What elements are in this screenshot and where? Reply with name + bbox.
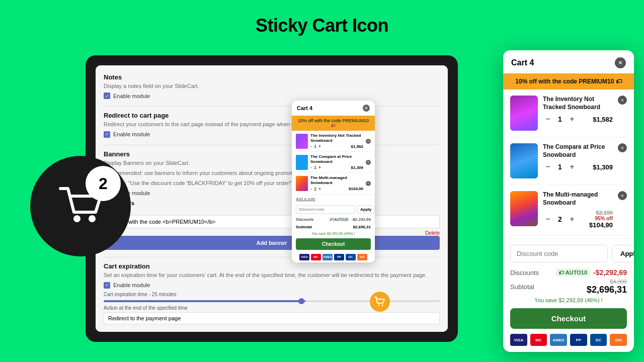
qty-minus-3[interactable]: −	[543, 214, 553, 224]
mini-cart-close-button[interactable]: ×	[363, 105, 370, 112]
svg-point-0	[73, 215, 80, 222]
mini-qty-3: - 2 +	[310, 187, 321, 192]
action-label: Action at the end of the specified time	[104, 305, 440, 311]
banner1-label: Banner #1	[104, 208, 440, 214]
discount-label: Discounts	[510, 269, 539, 277]
large-price-3: $104,90	[589, 221, 613, 229]
large-close-button[interactable]: ×	[615, 57, 626, 68]
discount-row: Apply	[510, 245, 627, 262]
redirect-section: Redirect to cart page Redirect your cust…	[104, 112, 440, 137]
large-cart-footer: Apply Discounts 🏷 AUTO10 -$2,292,69 Subt…	[503, 238, 634, 352]
large-remove-1[interactable]: ×	[618, 96, 627, 105]
monitor-inner: Notes Display a notes field on your Slid…	[96, 65, 448, 332]
mini-qty-minus-2[interactable]: -	[310, 165, 312, 170]
banners-recommended: Recommended: use banners to inform your …	[104, 169, 440, 176]
cart-badge: 2	[86, 166, 121, 201]
banners-example: Example: "Use the discount code 'BLACKFR…	[104, 179, 440, 187]
subtotal-value: $2,696,31	[587, 285, 627, 295]
monitor-area: Notes Display a notes field on your Slid…	[86, 55, 458, 342]
mini-qty-plus-3[interactable]: +	[318, 187, 321, 192]
action-select[interactable]: Redirect to the payment page	[104, 312, 440, 324]
mini-item-name-1: The Inventory Not Tracked Snowboard	[310, 133, 363, 143]
expiration-checkbox[interactable]	[104, 282, 110, 289]
time-label: Cart expiration time - 25 minutes	[104, 292, 440, 297]
large-remove-2[interactable]: ×	[618, 143, 627, 152]
qty-plus-3[interactable]: +	[567, 214, 577, 224]
qty-val-3: 2	[558, 215, 562, 223]
paypal-icon: PP	[570, 334, 587, 346]
discount-code-input[interactable]	[510, 245, 608, 262]
delete-banner-link[interactable]: Delete	[104, 230, 440, 236]
large-item-img-3	[510, 191, 538, 226]
mini-discount-label: Discounts	[296, 217, 313, 222]
mini-remove-item-3[interactable]: ×	[366, 181, 371, 186]
discount-value: -$2,292,69	[593, 268, 627, 277]
banner1-input[interactable]	[104, 215, 440, 228]
redirect-title: Redirect to cart page	[104, 112, 440, 119]
mini-qty-val-2: 1	[314, 165, 316, 170]
mini-paypal-icon: PP	[334, 254, 344, 260]
large-item-img-1	[510, 96, 538, 131]
mini-qty-val-3: 2	[314, 187, 316, 192]
mini-qty-minus-1[interactable]: -	[310, 144, 312, 149]
banners-desc: Display Banners on your SlideCart.	[104, 159, 440, 166]
add-banner-button[interactable]: Add banner	[104, 236, 440, 250]
banners-title: Banners	[104, 150, 440, 158]
mini-remove-item-2[interactable]: ×	[366, 160, 371, 165]
mini-discount-input[interactable]	[296, 205, 355, 214]
notes-enable-label: Enable module	[113, 93, 150, 99]
mini-amex-icon: AMEX	[323, 254, 333, 260]
mini-item-info-2: The Compare at Price Snowboard - 1 + $1,…	[310, 154, 363, 170]
apply-button[interactable]: Apply	[612, 245, 634, 262]
redirect-desc: Redirect your customers to the cart page…	[104, 121, 440, 128]
large-price-2: $1,309	[593, 163, 613, 171]
notes-title: Notes	[104, 73, 440, 81]
payment-icons: VISA MC AMEX PP DC DIS	[510, 334, 627, 346]
mini-price-1: $1,582	[351, 144, 363, 149]
qty-minus-2[interactable]: −	[543, 162, 553, 172]
subtotal-label: Subtotal	[510, 283, 534, 291]
large-remove-3[interactable]: ×	[618, 191, 627, 200]
svg-point-3	[382, 305, 383, 306]
mini-cart-panel: Cart 4 × 10% off with the code PREMIUM10…	[292, 101, 375, 262]
redirect-checkbox[interactable]	[104, 131, 110, 138]
mini-subtotal-label: Subtotal	[296, 225, 312, 229]
mini-savings: You save $2,292,69 (46%) !	[292, 231, 375, 236]
mini-qty-1: - 1 +	[310, 144, 321, 149]
my-banners-label: My banners	[104, 200, 440, 206]
large-cart-item-2: The Compare at Price Snowboard − 1 + $1,…	[510, 137, 627, 185]
large-item-info-2: The Compare at Price Snowboard − 1 + $1,…	[543, 143, 613, 172]
large-qty-3: − 2 +	[543, 214, 577, 224]
notes-checkbox[interactable]	[104, 93, 110, 99]
mini-qty-minus-3[interactable]: -	[310, 187, 312, 192]
mini-add-note[interactable]: Add a note	[292, 195, 375, 203]
notes-desc: Display a notes field on your SlideCart.	[104, 82, 440, 89]
qty-plus-2[interactable]: +	[567, 162, 577, 172]
mini-apply-button[interactable]: Apply	[357, 205, 375, 214]
large-qty-1: − 1 +	[543, 114, 577, 124]
mini-remove-item-1[interactable]: ×	[366, 139, 371, 144]
mini-cart-title: Cart 4	[297, 105, 312, 111]
mini-qty-plus-2[interactable]: +	[318, 165, 321, 170]
floating-cart-button[interactable]	[370, 292, 390, 312]
mini-qty-plus-1[interactable]: +	[318, 144, 321, 149]
mini-cart-item-3: The Multi-managed Snowboard - 2 + $104,9…	[292, 173, 375, 194]
settings-panel: Notes Display a notes field on your Slid…	[96, 65, 448, 332]
large-cart-header: Cart 4 ×	[503, 50, 634, 73]
sale-badge-3: 95% off	[595, 216, 613, 221]
mini-cart-header: Cart 4 ×	[292, 101, 375, 116]
checkout-button[interactable]: Checkout	[510, 308, 627, 329]
mini-qty-2: - 1 +	[310, 165, 321, 170]
qty-plus-1[interactable]: +	[567, 114, 577, 124]
mini-item-name-3: The Multi-managed Snowboard	[310, 175, 363, 185]
discount-tag: 🏷 AUTO10	[555, 268, 590, 277]
large-qty-2: − 1 +	[543, 162, 577, 172]
large-cart-items: The Inventory Not Tracked Snowboard − 1 …	[503, 89, 634, 238]
mini-price-2: $1,309	[351, 165, 363, 170]
mini-item-name-2: The Compare at Price Snowboard	[310, 154, 363, 164]
large-item-info-1: The Inventory Not Tracked Snowboard − 1 …	[543, 96, 613, 124]
large-cart-title: Cart 4	[511, 58, 534, 67]
qty-minus-1[interactable]: −	[543, 114, 553, 124]
mini-checkout-button[interactable]: Checkout	[296, 238, 371, 250]
large-cart-item-3: The Multi-managed Snowboard − 2 + $2,199…	[510, 185, 627, 235]
